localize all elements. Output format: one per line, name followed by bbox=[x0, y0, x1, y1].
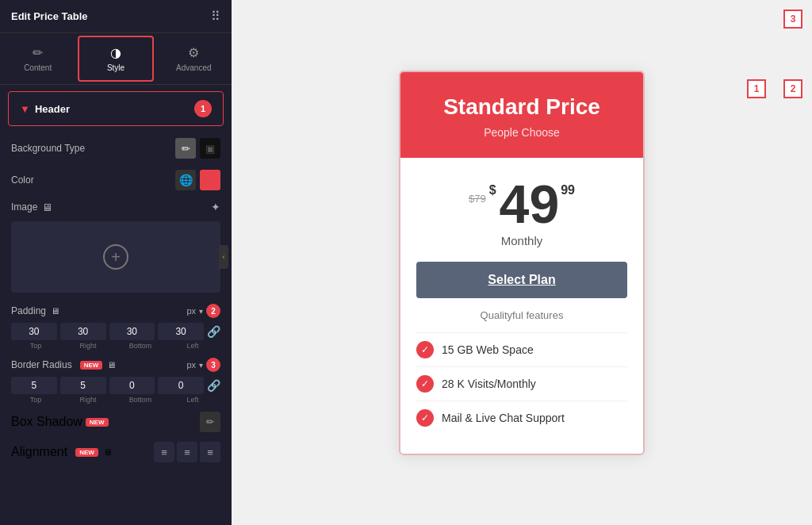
brush-icon-btn[interactable]: ✏ bbox=[175, 138, 196, 159]
panel-title: Edit Price Table bbox=[11, 10, 88, 22]
price-period: Monthly bbox=[416, 234, 627, 247]
padding-bottom-input[interactable]: 30 bbox=[109, 323, 155, 340]
border-radius-right-input[interactable]: 5 bbox=[60, 377, 106, 394]
monitor-icon-border: 🖥 bbox=[107, 360, 116, 370]
feature-text-3: Mail & Live Chat Support bbox=[442, 412, 565, 424]
unit-dropdown-icon[interactable]: ▾ bbox=[199, 307, 203, 316]
image-prop-row: Image 🖥 ✦ bbox=[0, 196, 232, 218]
add-image-button[interactable]: + bbox=[103, 244, 128, 270]
globe-icon-btn[interactable]: 🌐 bbox=[175, 170, 196, 190]
border-bottom-label: Bottom bbox=[116, 396, 165, 404]
padding-inputs-row: 30 30 30 30 🔗 bbox=[0, 320, 232, 342]
section-header: ▼ Header 1 bbox=[8, 91, 224, 126]
padding-label: Padding bbox=[11, 305, 46, 316]
border-right-label: Right bbox=[63, 396, 113, 404]
border-radius-top-input[interactable]: 5 bbox=[11, 377, 57, 394]
align-right-btn[interactable]: ≡ bbox=[200, 442, 220, 462]
tab-advanced-label: Advanced bbox=[176, 63, 211, 72]
tab-style-label: Style bbox=[107, 63, 124, 72]
color-swatch[interactable] bbox=[200, 170, 220, 190]
style-icon: ◑ bbox=[110, 45, 121, 60]
border-radius-header: Border Radius NEW 🖥 px ▾ 3 bbox=[0, 353, 232, 374]
alignment-row: Alignment NEW 🖥 ≡ ≡ ≡ bbox=[0, 437, 232, 467]
alignment-buttons: ≡ ≡ ≡ bbox=[154, 442, 220, 462]
section-label: Header bbox=[35, 103, 70, 115]
card-title: Standard Price bbox=[416, 94, 627, 120]
box-shadow-label-group: Box Shadow NEW bbox=[11, 415, 109, 429]
dark-btn[interactable]: ▣ bbox=[200, 138, 220, 159]
border-left-label: Left bbox=[168, 396, 217, 404]
box-shadow-edit-btn[interactable]: ✏ bbox=[200, 412, 220, 432]
alignment-label-group: Alignment NEW 🖥 bbox=[11, 445, 112, 459]
price-main: 49 bbox=[500, 177, 560, 231]
monitor-icon: 🖥 bbox=[42, 201, 52, 213]
feature-text-2: 28 K Visits/Monthly bbox=[442, 377, 536, 390]
card-header: Standard Price People Choose bbox=[400, 72, 643, 158]
chevron-down-icon: ▼ bbox=[20, 103, 30, 115]
px-unit-label: px bbox=[186, 306, 196, 316]
border-px-label: px bbox=[186, 360, 196, 370]
alignment-label: Alignment bbox=[11, 445, 67, 459]
background-type-label: Background Type bbox=[11, 143, 85, 154]
new-badge-align: NEW bbox=[75, 448, 98, 457]
border-radius-unit-controls: px ▾ 3 bbox=[186, 358, 220, 372]
annotation-box-3: 3 bbox=[783, 10, 802, 29]
feature-item-1: ✓ 15 GB Web Space bbox=[416, 332, 627, 366]
border-unit-dropdown[interactable]: ▾ bbox=[199, 361, 203, 370]
annotation-box-2: 2 bbox=[783, 79, 802, 98]
color-row: Color 🌐 bbox=[0, 164, 232, 196]
link-icon-padding[interactable]: 🔗 bbox=[207, 325, 220, 338]
align-left-btn[interactable]: ≡ bbox=[154, 442, 174, 462]
padding-bottom-label: Bottom bbox=[116, 342, 165, 350]
feature-text-1: 15 GB Web Space bbox=[442, 343, 534, 356]
color-controls: 🌐 bbox=[175, 170, 220, 190]
gear-icon: ⚙ bbox=[188, 45, 199, 60]
tab-advanced[interactable]: ⚙ Advanced bbox=[156, 33, 232, 84]
image-label-group: Image 🖥 bbox=[11, 201, 52, 213]
new-badge-border: NEW bbox=[80, 361, 103, 370]
grid-icon[interactable]: ⠿ bbox=[211, 9, 220, 24]
border-radius-left-input[interactable]: 0 bbox=[158, 377, 204, 394]
collapse-tab[interactable]: ‹ bbox=[219, 245, 228, 269]
image-upload-area[interactable]: + ‹ bbox=[11, 221, 220, 293]
features-label: Qualityful features bbox=[416, 309, 627, 321]
tab-style[interactable]: ◑ Style bbox=[78, 36, 153, 82]
align-center-btn[interactable]: ≡ bbox=[177, 442, 197, 462]
tab-content[interactable]: ✏ Content bbox=[0, 33, 75, 84]
border-radius-bottom-input[interactable]: 0 bbox=[109, 377, 155, 394]
monitor-icon-align: 🖥 bbox=[103, 447, 112, 457]
price-currency: $ bbox=[489, 183, 498, 197]
padding-right-label: Right bbox=[63, 342, 113, 350]
padding-unit-controls: px ▾ 2 bbox=[186, 304, 220, 318]
sparkle-icon: ✦ bbox=[211, 201, 220, 213]
tab-bar: ✏ Content ◑ Style ⚙ Advanced bbox=[0, 33, 232, 85]
border-radius-label: Border Radius bbox=[11, 359, 72, 370]
pencil-icon: ✏ bbox=[33, 45, 43, 60]
padding-top-label: Top bbox=[11, 342, 60, 350]
padding-label-group: Padding 🖥 bbox=[11, 305, 59, 316]
border-radius-inputs-row: 5 5 0 0 🔗 bbox=[0, 374, 232, 396]
card-subtitle: People Choose bbox=[416, 126, 627, 139]
padding-left-label: Left bbox=[168, 342, 217, 350]
background-type-row: Background Type ✏ ▣ bbox=[0, 132, 232, 164]
padding-badge: 2 bbox=[206, 304, 220, 318]
check-icon-2: ✓ bbox=[416, 375, 434, 393]
card-body: $79 $ 49 99 Monthly Select Plan Qualityf… bbox=[400, 158, 643, 454]
price-card: Standard Price People Choose $79 $ 49 99… bbox=[399, 71, 645, 455]
select-plan-button[interactable]: Select Plan bbox=[416, 262, 627, 298]
new-badge-shadow: NEW bbox=[86, 418, 109, 427]
monitor-icon-padding: 🖥 bbox=[51, 306, 59, 316]
section-title-group: ▼ Header bbox=[20, 103, 70, 115]
box-shadow-row: Box Shadow NEW ✏ bbox=[0, 407, 232, 437]
price-area: $79 $ 49 99 bbox=[416, 177, 627, 231]
feature-item-2: ✓ 28 K Visits/Monthly bbox=[416, 366, 627, 400]
background-type-controls: ✏ ▣ bbox=[175, 138, 220, 159]
padding-labels-row: Top Right Bottom Left bbox=[0, 342, 232, 353]
border-radius-label-group: Border Radius NEW 🖥 bbox=[11, 359, 116, 370]
padding-right-input[interactable]: 30 bbox=[60, 323, 106, 340]
price-old: $79 bbox=[469, 193, 486, 205]
padding-left-input[interactable]: 30 bbox=[158, 323, 204, 340]
link-icon-border[interactable]: 🔗 bbox=[207, 379, 220, 392]
padding-top-input[interactable]: 30 bbox=[11, 323, 57, 340]
border-radius-badge: 3 bbox=[206, 358, 220, 372]
